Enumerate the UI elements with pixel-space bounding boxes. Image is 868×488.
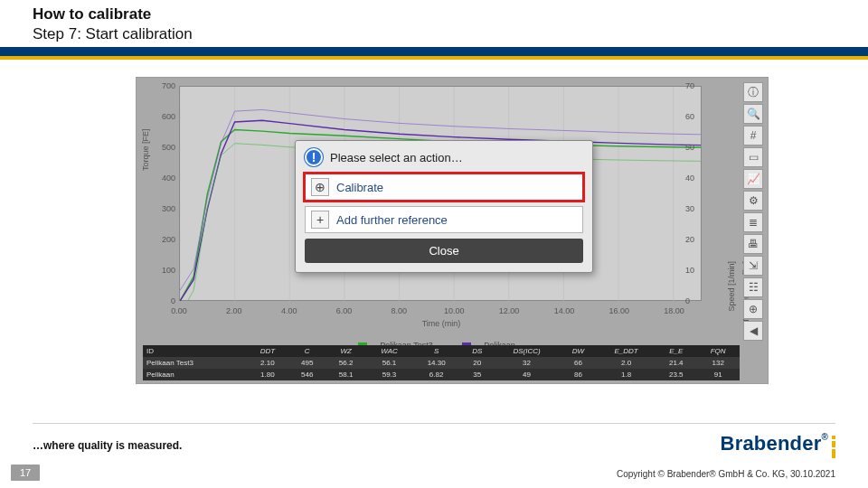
y-tick: 600 bbox=[143, 112, 175, 121]
back-icon[interactable]: ◀ bbox=[743, 321, 763, 341]
right-toolbar: ⓘ🔍#▭📈⚙≣🖶⇲☷⊕◀ bbox=[743, 82, 765, 343]
header-blue-band bbox=[0, 47, 868, 56]
x-tick: 12.00 bbox=[495, 306, 523, 315]
page-number: 17 bbox=[11, 465, 40, 481]
y2-tick: 70 bbox=[685, 81, 709, 90]
table-header: S bbox=[412, 345, 461, 357]
table-cell: 66 bbox=[560, 357, 597, 369]
y-tick: 100 bbox=[143, 266, 175, 275]
slide-subtitle: Step 7: Start calibration bbox=[33, 25, 868, 43]
y-tick: 400 bbox=[143, 174, 175, 183]
brand-logo: Brabender® bbox=[721, 432, 828, 455]
table-cell: 91 bbox=[696, 369, 740, 380]
y-tick: 500 bbox=[143, 143, 175, 152]
info-icon[interactable]: ⓘ bbox=[743, 82, 763, 102]
table-header: ID bbox=[143, 345, 247, 357]
tagline: …where quality is measured. bbox=[33, 439, 182, 452]
table-cell: 86 bbox=[560, 369, 597, 380]
target-icon: ⊕ bbox=[311, 178, 329, 196]
zoom-icon[interactable]: 🔍 bbox=[743, 104, 763, 124]
table-header: E_DDT bbox=[597, 345, 656, 357]
table-header: E_E bbox=[656, 345, 696, 357]
table-cell: 21.4 bbox=[656, 357, 696, 369]
table-header: FQN bbox=[696, 345, 740, 357]
table-header: DS bbox=[460, 345, 494, 357]
table-cell: 35 bbox=[460, 369, 494, 380]
x-tick: 8.00 bbox=[385, 306, 412, 315]
close-button[interactable]: Close bbox=[305, 239, 583, 263]
x-tick: 10.00 bbox=[440, 306, 467, 315]
table-cell: 2.0 bbox=[597, 357, 656, 369]
table-row: Pelikaan Test32.1049556.256.114.30203266… bbox=[143, 357, 740, 369]
slide-header: How to calibrate Step 7: Start calibrati… bbox=[0, 0, 868, 47]
add-reference-label: Add further reference bbox=[336, 213, 448, 227]
table-cell: 2.10 bbox=[247, 357, 289, 369]
table-header: C bbox=[288, 345, 326, 357]
table-cell: 6.82 bbox=[412, 369, 461, 380]
dialog-title: Please select an action… bbox=[330, 151, 463, 164]
slide-title: How to calibrate bbox=[33, 5, 868, 23]
y2-tick: 0 bbox=[685, 296, 709, 305]
calibrate-option[interactable]: ⊕ Calibrate bbox=[305, 174, 583, 201]
calibrate-label: Calibrate bbox=[336, 181, 383, 194]
table-cell: 32 bbox=[494, 357, 560, 369]
table-cell: 49 bbox=[494, 369, 560, 380]
y2-axis-label-b: Speed [1/min] bbox=[727, 261, 736, 312]
table-cell: 1.80 bbox=[247, 369, 289, 380]
x-tick: 18.00 bbox=[661, 306, 688, 315]
table-cell: 58.1 bbox=[326, 369, 366, 380]
copyright: Copyright © Brabender® GmbH & Co. KG, 30… bbox=[617, 469, 835, 479]
layers-icon[interactable]: ≣ bbox=[743, 212, 763, 232]
x-tick: 0.00 bbox=[165, 306, 193, 315]
table-header: DS(ICC) bbox=[494, 345, 560, 357]
table-cell: 1.8 bbox=[597, 369, 656, 380]
comment-icon[interactable]: ▭ bbox=[743, 147, 763, 167]
y2-tick: 40 bbox=[685, 174, 709, 183]
table-cell: 132 bbox=[696, 357, 740, 369]
y2-tick: 30 bbox=[685, 204, 709, 213]
database-icon[interactable]: ☷ bbox=[743, 277, 763, 297]
y2-tick: 20 bbox=[685, 235, 709, 244]
x-tick: 6.00 bbox=[331, 306, 358, 315]
table-header: DW bbox=[560, 345, 597, 357]
target-icon[interactable]: ⊕ bbox=[743, 299, 763, 319]
table-cell: 495 bbox=[288, 357, 326, 369]
adjust-icon[interactable]: ⚙ bbox=[743, 191, 763, 211]
table-cell: 23.5 bbox=[656, 369, 696, 380]
table-cell: Pelikaan Test3 bbox=[143, 357, 247, 369]
table-row: Pelikaan1.8054658.159.36.823549861.823.5… bbox=[143, 369, 740, 380]
y-tick: 0 bbox=[143, 296, 175, 305]
table-cell: Pelikaan bbox=[143, 369, 247, 380]
x-tick: 2.00 bbox=[221, 306, 248, 315]
chart-icon[interactable]: 📈 bbox=[743, 169, 763, 189]
table-header: DDT bbox=[247, 345, 289, 357]
table-cell: 546 bbox=[288, 369, 326, 380]
header-yellow-band bbox=[0, 56, 868, 60]
y2-tick: 10 bbox=[685, 266, 709, 275]
export-icon[interactable]: ⇲ bbox=[743, 256, 763, 276]
table-cell: 20 bbox=[460, 357, 494, 369]
y2-tick: 60 bbox=[685, 112, 709, 121]
x-tick: 14.00 bbox=[551, 306, 578, 315]
x-tick: 4.00 bbox=[276, 306, 303, 315]
table-cell: 56.1 bbox=[366, 357, 412, 369]
table-cell: 59.3 bbox=[366, 369, 412, 380]
table-header: WZ bbox=[326, 345, 366, 357]
y-tick: 300 bbox=[143, 204, 175, 213]
footer-rule bbox=[33, 423, 835, 424]
table-cell: 14.30 bbox=[412, 357, 461, 369]
brand-bars-icon bbox=[832, 436, 835, 460]
table-cell: 56.2 bbox=[326, 357, 366, 369]
y-tick: 700 bbox=[143, 81, 175, 90]
y2-tick: 50 bbox=[685, 143, 709, 152]
table-header: WAC bbox=[366, 345, 412, 357]
add-reference-option[interactable]: + Add further reference bbox=[305, 206, 583, 233]
y-tick: 200 bbox=[143, 235, 175, 244]
print-icon[interactable]: 🖶 bbox=[743, 234, 763, 254]
x-axis-label: Time (min) bbox=[143, 319, 740, 328]
info-icon: ! bbox=[305, 148, 323, 166]
close-label: Close bbox=[429, 244, 458, 258]
hash-icon[interactable]: # bbox=[743, 126, 763, 145]
plus-icon: + bbox=[311, 211, 329, 229]
x-tick: 16.00 bbox=[606, 306, 633, 315]
